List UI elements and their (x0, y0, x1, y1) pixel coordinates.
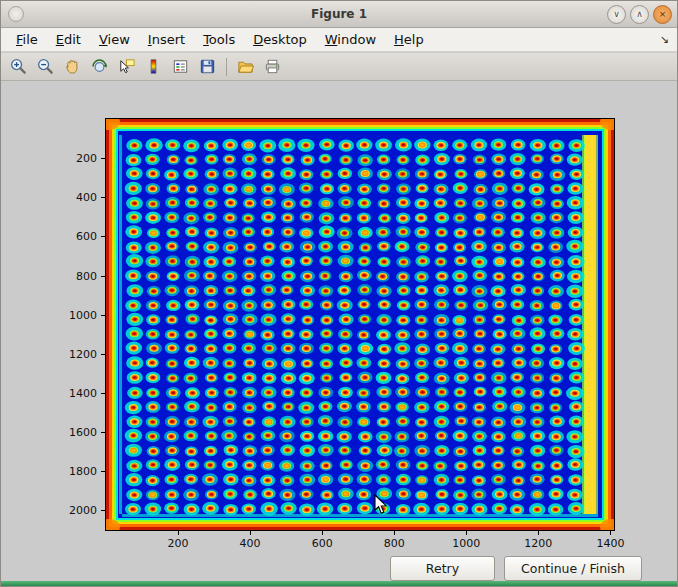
menu-desktop[interactable]: Desktop (244, 30, 316, 49)
x-tick-label: 800 (384, 537, 405, 550)
toolbar (1, 53, 677, 81)
y-tick-mark (101, 471, 105, 472)
x-tick-label: 1000 (452, 537, 480, 550)
retry-button[interactable]: Retry (390, 556, 495, 581)
insert-colorbar-icon (144, 57, 163, 76)
zoom-in-button[interactable] (6, 54, 31, 79)
x-tick-label: 1200 (524, 537, 552, 550)
y-tick-mark (101, 354, 105, 355)
data-cursor-icon (117, 57, 136, 76)
data-cursor-button[interactable] (114, 54, 139, 79)
menu-edit[interactable]: Edit (47, 30, 90, 49)
y-tick-label: 600 (51, 230, 97, 243)
x-tick-label: 200 (168, 537, 189, 550)
heatmap-image[interactable] (106, 119, 614, 530)
y-tick-label: 200 (51, 152, 97, 165)
insert-legend-icon (171, 57, 190, 76)
x-tick-mark (466, 531, 467, 535)
y-tick-label: 400 (51, 191, 97, 204)
close-button[interactable]: × (653, 5, 672, 24)
x-tick-mark (322, 531, 323, 535)
y-tick-label: 800 (51, 269, 97, 282)
save-icon (198, 57, 217, 76)
y-tick-label: 1400 (51, 387, 97, 400)
insert-legend-button[interactable] (168, 54, 193, 79)
y-tick-mark (101, 158, 105, 159)
print-button[interactable] (260, 54, 285, 79)
menu-overflow-icon[interactable]: ↘ (660, 33, 669, 46)
window-bottom-edge (1, 581, 677, 586)
y-tick-mark (101, 315, 105, 316)
print-icon (263, 57, 282, 76)
continue-finish-button[interactable]: Continue / Finish (504, 556, 642, 581)
y-tick-label: 1000 (51, 308, 97, 321)
x-tick-mark (610, 531, 611, 535)
toolbar-separator (226, 58, 227, 76)
y-tick-mark (101, 197, 105, 198)
menu-tools[interactable]: Tools (194, 30, 244, 49)
rotate-3d-button[interactable] (87, 54, 112, 79)
x-tick-mark (178, 531, 179, 535)
menu-file[interactable]: File (7, 30, 47, 49)
shade-button[interactable]: ∨ (607, 5, 626, 24)
figure-window: Figure 1 ∨∧× FileEditViewInsertToolsDesk… (0, 0, 678, 587)
x-tick-label: 1400 (596, 537, 624, 550)
y-tick-mark (101, 510, 105, 511)
save-button[interactable] (195, 54, 220, 79)
y-tick-label: 2000 (51, 504, 97, 517)
x-tick-mark (538, 531, 539, 535)
y-tick-mark (101, 393, 105, 394)
window-controls: ∨∧× (607, 5, 672, 24)
zoom-in-icon (9, 57, 28, 76)
axes-area: 2004006008001000120014001600180020002004… (105, 118, 615, 531)
y-tick-label: 1200 (51, 347, 97, 360)
pan-icon (63, 57, 82, 76)
maximize-button[interactable]: ∧ (630, 5, 649, 24)
zoom-out-icon (36, 57, 55, 76)
rotate-3d-icon (90, 57, 109, 76)
x-tick-label: 600 (312, 537, 333, 550)
y-tick-mark (101, 432, 105, 433)
pan-button[interactable] (60, 54, 85, 79)
menu-view[interactable]: View (90, 30, 139, 49)
y-tick-mark (101, 236, 105, 237)
titlebar[interactable]: Figure 1 ∨∧× (1, 1, 677, 28)
x-tick-label: 400 (240, 537, 261, 550)
zoom-out-button[interactable] (33, 54, 58, 79)
menu-help[interactable]: Help (385, 30, 433, 49)
y-tick-label: 1800 (51, 465, 97, 478)
open-folder-button[interactable] (233, 54, 258, 79)
y-tick-label: 1600 (51, 426, 97, 439)
y-tick-mark (101, 276, 105, 277)
menu-bar: FileEditViewInsertToolsDesktopWindowHelp… (1, 28, 677, 52)
open-folder-icon (236, 57, 255, 76)
menu-window[interactable]: Window (316, 30, 385, 49)
window-title: Figure 1 (1, 7, 677, 21)
menu-insert[interactable]: Insert (139, 30, 194, 49)
x-tick-mark (250, 531, 251, 535)
x-tick-mark (394, 531, 395, 535)
insert-colorbar-button[interactable] (141, 54, 166, 79)
